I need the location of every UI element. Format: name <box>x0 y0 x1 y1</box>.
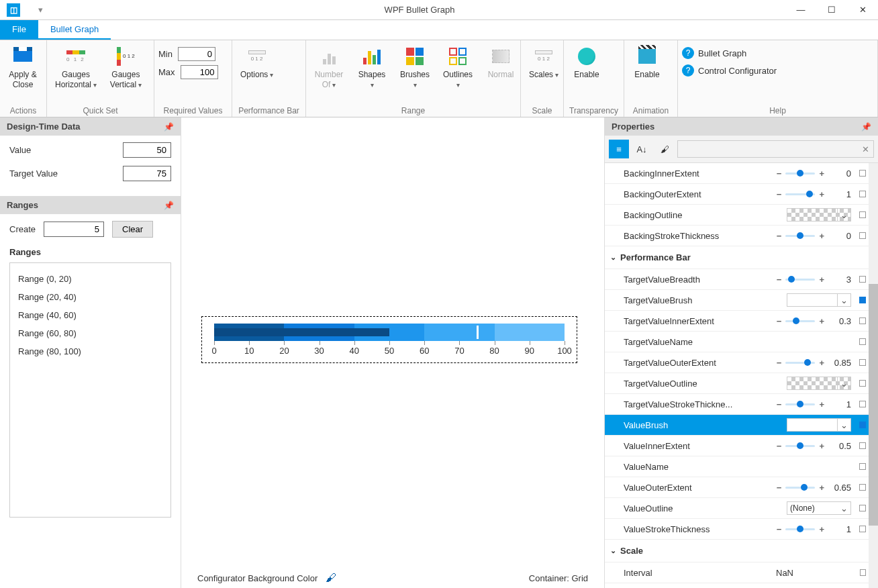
scrollbar[interactable] <box>869 163 878 588</box>
scales-button[interactable]: 0 1 2Scales <box>525 43 563 83</box>
property-row[interactable]: TargetValueInnerExtent−+0.3 <box>605 311 878 332</box>
binding-indicator[interactable] <box>859 297 866 303</box>
property-row[interactable]: TargetValueOutline⌄ <box>605 373 878 394</box>
binding-indicator[interactable] <box>859 422 866 428</box>
property-category-header[interactable]: ⌄Performance Bar <box>605 246 878 269</box>
app-menu-button[interactable]: ◫ <box>0 0 27 20</box>
brush-filter-button[interactable]: 🖌 <box>654 140 675 158</box>
slider-track[interactable] <box>785 403 815 405</box>
value-input[interactable] <box>123 142 171 158</box>
list-item[interactable]: Range (60, 80) <box>17 324 164 342</box>
pin-icon[interactable]: 📌 <box>861 122 871 132</box>
decrement-button[interactable]: − <box>777 399 782 409</box>
chevron-down-icon[interactable]: ⌄ <box>837 209 850 221</box>
color-swatch[interactable]: ⌄ <box>787 377 851 390</box>
property-row[interactable]: ValueOutline(None)⌄ <box>605 498 878 519</box>
decrement-button[interactable]: − <box>777 524 782 534</box>
design-surface[interactable]: 0102030405060708090100 Configurator Back… <box>181 117 604 588</box>
decrement-button[interactable]: − <box>777 189 782 199</box>
decrement-button[interactable]: − <box>777 316 782 326</box>
binding-indicator[interactable] <box>859 232 866 239</box>
property-row[interactable]: BackingOutline⌄ <box>605 205 878 226</box>
property-row[interactable]: BackingOuterExtent−+1 <box>605 184 878 205</box>
increment-button[interactable]: + <box>819 275 824 285</box>
clear-button[interactable]: Clear <box>112 221 153 238</box>
minimize-button[interactable]: — <box>785 0 816 20</box>
chevron-down-icon[interactable]: ⌄ <box>837 294 850 306</box>
slider-track[interactable] <box>785 279 815 281</box>
binding-indicator[interactable] <box>859 401 866 407</box>
help-control-configurator[interactable]: ?Control Configurator <box>682 64 777 77</box>
max-input[interactable] <box>181 65 218 79</box>
property-row[interactable]: TargetValueStrokeThickne...−+1 <box>605 394 878 415</box>
property-row[interactable]: BackingStrokeThickness−+0 <box>605 226 878 246</box>
color-swatch[interactable]: ⌄ <box>787 208 851 222</box>
options-button[interactable]: 0 1 2Options <box>236 43 277 83</box>
clear-search-icon[interactable]: ✕ <box>862 144 869 154</box>
increment-button[interactable]: + <box>819 231 824 241</box>
increment-button[interactable]: + <box>819 483 824 493</box>
property-row[interactable]: TargetValueName <box>605 332 878 352</box>
binding-indicator[interactable] <box>859 338 866 345</box>
binding-indicator[interactable] <box>859 505 866 511</box>
slider-track[interactable] <box>785 173 815 175</box>
slider-track[interactable] <box>785 487 815 489</box>
brushes-button[interactable]: Brushes <box>396 43 434 93</box>
increment-button[interactable]: + <box>819 399 824 409</box>
binding-indicator[interactable] <box>859 191 866 197</box>
transparency-enable-button[interactable]: Enable <box>568 43 605 83</box>
binding-indicator[interactable] <box>859 211 866 218</box>
animation-enable-button[interactable]: Enable <box>628 43 666 83</box>
pin-icon[interactable]: 📌 <box>164 201 174 210</box>
property-search[interactable]: ✕ <box>677 140 874 158</box>
slider-track[interactable] <box>785 193 815 195</box>
chevron-down-icon[interactable]: ⌄ <box>837 377 850 389</box>
alphabetical-button[interactable]: A↓ <box>632 140 652 158</box>
tab-file[interactable]: File <box>0 20 38 40</box>
binding-indicator[interactable] <box>859 276 866 283</box>
help-bullet-graph[interactable]: ?Bullet Graph <box>682 47 777 59</box>
slider-track[interactable] <box>785 362 815 364</box>
maximize-button[interactable]: ☐ <box>816 0 847 20</box>
property-row[interactable]: TargetValueBrush⌄ <box>605 290 878 311</box>
decrement-button[interactable]: − <box>777 358 782 368</box>
color-swatch[interactable]: ⌄ <box>787 418 851 432</box>
min-input[interactable] <box>178 47 215 61</box>
decrement-button[interactable]: − <box>777 168 782 179</box>
list-item[interactable]: Range (0, 20) <box>17 270 164 288</box>
list-item[interactable]: Range (80, 100) <box>17 342 164 360</box>
increment-button[interactable]: + <box>819 168 824 179</box>
property-row[interactable]: ValueBrush⌄ <box>605 415 878 436</box>
binding-indicator[interactable] <box>859 526 866 532</box>
property-row[interactable]: BackingInnerExtent−+0 <box>605 163 878 184</box>
dropdown[interactable]: (None)⌄ <box>787 501 851 515</box>
create-count-input[interactable] <box>44 222 104 237</box>
gauges-horizontal-button[interactable]: 0 1 2Gauges Horizontal <box>51 43 101 93</box>
scrollbar-thumb[interactable] <box>869 284 878 526</box>
outlines-button[interactable]: Outlines <box>439 43 477 93</box>
increment-button[interactable]: + <box>819 441 824 451</box>
binding-indicator[interactable] <box>859 380 866 387</box>
binding-indicator[interactable] <box>859 442 866 449</box>
decrement-button[interactable]: − <box>777 275 782 285</box>
binding-indicator[interactable] <box>859 484 866 491</box>
decrement-button[interactable]: − <box>777 231 782 241</box>
binding-indicator[interactable] <box>860 569 866 576</box>
target-value-input[interactable] <box>123 166 171 181</box>
property-row[interactable]: ValueStrokeThickness−+1 <box>605 519 878 540</box>
binding-indicator[interactable] <box>859 359 866 366</box>
number-of-button[interactable]: Number Of <box>310 43 348 93</box>
list-item[interactable]: Range (20, 40) <box>17 288 164 306</box>
eyedropper-icon[interactable]: 🖌 <box>326 572 336 584</box>
tab-bullet-graph[interactable]: Bullet Graph <box>38 20 111 40</box>
decrement-button[interactable]: − <box>777 483 782 493</box>
bullet-graph-control[interactable]: 0102030405060708090100 <box>201 316 577 363</box>
property-row[interactable]: ValueName <box>605 456 878 477</box>
property-row[interactable]: ValueInnerExtent−+0.5 <box>605 436 878 456</box>
property-row[interactable]: TargetValueBreadth−+3 <box>605 269 878 290</box>
gauges-vertical-button[interactable]: 0 1 2Gauges Vertical <box>106 43 146 93</box>
decrement-button[interactable]: − <box>777 441 782 451</box>
binding-indicator[interactable] <box>859 170 866 177</box>
slider-track[interactable] <box>785 445 815 447</box>
binding-indicator[interactable] <box>859 463 866 470</box>
